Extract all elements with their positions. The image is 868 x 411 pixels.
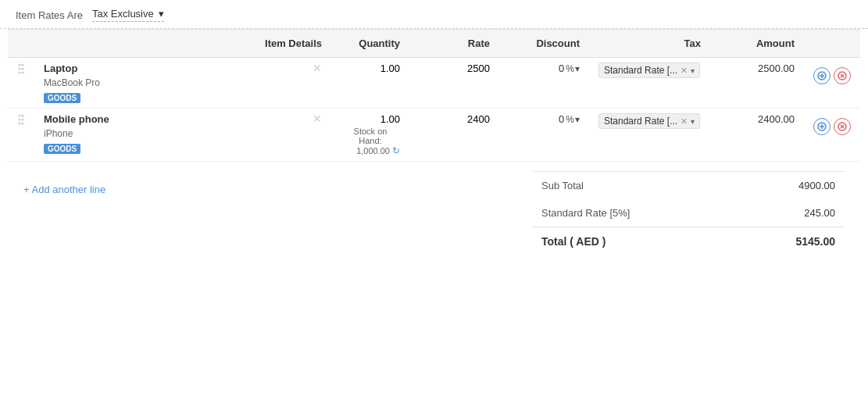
top-bar: Item Rates Are Tax Exclusive ▾	[0, 0, 868, 29]
col-quantity: Quantity	[331, 30, 409, 58]
tax-rate-row: Standard Rate [5%] 245.00	[532, 199, 845, 227]
subtotal-value: 4900.00	[798, 180, 835, 191]
subtotal-row: Sub Total 4900.00	[532, 171, 845, 199]
item-name[interactable]: Mobile phone	[44, 113, 322, 125]
col-rate: Rate	[409, 30, 499, 58]
stock-label: Stock on	[341, 127, 400, 136]
line-items-table: Item Details Quantity Rate Discount Tax …	[8, 29, 860, 162]
footer-section: + Add another line Sub Total 4900.00 Sta…	[0, 162, 868, 265]
svg-point-5	[22, 72, 24, 74]
rate-input[interactable]	[435, 113, 490, 125]
copy-row-button[interactable]	[813, 67, 830, 84]
tax-dropdown-chevron: ▾	[159, 8, 164, 20]
total-row: Total ( AED ) 5145.00	[532, 227, 845, 256]
rate-cell	[409, 109, 499, 162]
amount-cell: 2500.00	[710, 58, 804, 109]
table-row: Laptop MacBook Pro GOODS ✕	[8, 58, 860, 109]
stock-info: Stock on Hand: 1,000.00 ↻	[341, 127, 400, 156]
item-name[interactable]: Laptop	[44, 63, 322, 74]
item-description: MacBook Pro	[44, 77, 322, 88]
stock-refresh-icon[interactable]: ↻	[392, 145, 400, 156]
tax-cell: Standard Rate [... ✕ ▾	[589, 58, 710, 109]
tax-tag-caret[interactable]: ▾	[691, 117, 695, 126]
delete-row-button[interactable]	[834, 67, 851, 84]
col-item-details: Item Details	[34, 30, 331, 58]
quantity-input[interactable]	[353, 113, 400, 125]
tax-tag-label: Standard Rate [...	[604, 116, 677, 127]
subtotal-label: Sub Total	[541, 180, 584, 191]
amount-value: 2500.00	[758, 63, 795, 74]
goods-badge: GOODS	[44, 144, 80, 154]
stock-label2: Hand:	[341, 136, 400, 145]
tax-rate-value: 245.00	[804, 207, 835, 219]
svg-point-16	[19, 123, 21, 125]
tax-cell: Standard Rate [... ✕ ▾	[589, 109, 710, 162]
tax-tag: Standard Rate [... ✕ ▾	[598, 63, 700, 78]
tax-tag-remove[interactable]: ✕	[680, 66, 688, 76]
item-details-cell: Laptop MacBook Pro GOODS ✕	[34, 58, 331, 109]
copy-row-button[interactable]	[813, 118, 830, 135]
col-amount: Amount	[710, 30, 804, 58]
table-row: Mobile phone iPhone GOODS ✕ Stock on Han…	[8, 109, 860, 162]
svg-point-17	[22, 123, 24, 125]
tax-option-value: Tax Exclusive	[92, 8, 154, 20]
item-rates-label: Item Rates Are	[16, 9, 83, 21]
svg-point-14	[19, 119, 21, 121]
tax-tag-label: Standard Rate [...	[604, 65, 677, 76]
svg-point-15	[22, 119, 24, 121]
item-details-cell: Mobile phone iPhone GOODS ✕	[34, 109, 331, 162]
row-actions-cell	[804, 58, 860, 109]
quantity-cell: Stock on Hand: 1,000.00 ↻	[331, 109, 409, 162]
svg-point-12	[19, 115, 21, 117]
line-items-table-container: Item Details Quantity Rate Discount Tax …	[0, 29, 868, 162]
quantity-input[interactable]	[353, 63, 400, 74]
delete-row-button[interactable]	[834, 118, 851, 135]
discount-input[interactable]	[536, 63, 564, 74]
col-drag	[8, 30, 34, 58]
col-discount: Discount	[499, 30, 589, 58]
discount-cell: % ▾	[499, 58, 589, 109]
row-actions-cell	[804, 109, 860, 162]
col-actions	[804, 30, 860, 58]
rate-cell	[409, 58, 499, 109]
stock-value: 1,000.00	[356, 146, 390, 155]
amount-value: 2400.00	[758, 113, 795, 125]
total-label: Total ( AED )	[541, 235, 605, 248]
tax-tag-remove[interactable]: ✕	[680, 116, 688, 127]
total-value: 5145.00	[795, 235, 835, 248]
item-description: iPhone	[44, 128, 322, 139]
remove-item-button[interactable]: ✕	[313, 63, 322, 73]
drag-handle[interactable]	[8, 109, 34, 162]
rate-input[interactable]	[435, 63, 490, 74]
add-another-line-button[interactable]: + Add another line	[23, 177, 105, 202]
svg-point-13	[22, 115, 24, 117]
drag-handle[interactable]	[8, 58, 34, 109]
svg-point-3	[22, 68, 24, 70]
discount-type-dropdown[interactable]: % ▾	[566, 114, 580, 125]
discount-type-dropdown[interactable]: % ▾	[566, 63, 580, 74]
goods-badge: GOODS	[44, 93, 80, 103]
svg-point-4	[19, 72, 21, 74]
quantity-cell	[331, 58, 409, 109]
col-tax: Tax	[589, 30, 710, 58]
amount-cell: 2400.00	[710, 109, 804, 162]
tax-tag-caret[interactable]: ▾	[691, 66, 695, 75]
remove-item-button[interactable]: ✕	[313, 113, 322, 124]
tax-exclusive-dropdown[interactable]: Tax Exclusive ▾	[92, 8, 164, 22]
discount-cell: % ▾	[499, 109, 589, 162]
discount-input[interactable]	[536, 113, 564, 125]
tax-rate-label: Standard Rate [5%]	[541, 207, 630, 219]
svg-point-1	[22, 64, 24, 66]
totals-section: Sub Total 4900.00 Standard Rate [5%] 245…	[532, 171, 845, 256]
svg-point-0	[19, 64, 21, 66]
tax-tag: Standard Rate [... ✕ ▾	[598, 113, 700, 129]
svg-point-2	[19, 68, 21, 70]
